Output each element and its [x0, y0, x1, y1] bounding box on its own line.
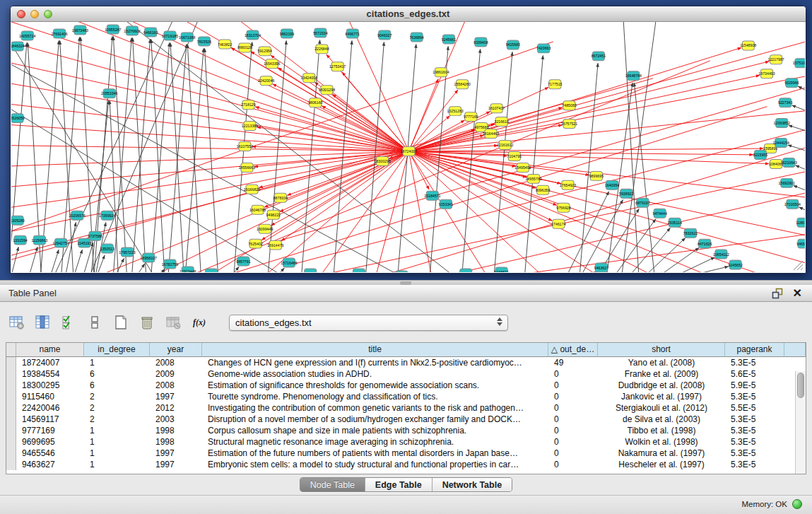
- new-table-button[interactable]: [112, 313, 130, 332]
- graph-node[interactable]: 7636894: [409, 33, 423, 42]
- graph-node[interactable]: 12213389: [242, 122, 258, 131]
- graph-node[interactable]: 12753417: [329, 62, 346, 71]
- graph-node[interactable]: 9498222: [266, 210, 281, 219]
- graph-node[interactable]: 17016504: [784, 199, 801, 209]
- row-height-button[interactable]: [86, 313, 104, 332]
- graph-node[interactable]: 7832621: [683, 228, 698, 238]
- graph-node[interactable]: 1746174: [551, 219, 565, 228]
- graph-node[interactable]: 16543396: [264, 59, 280, 69]
- delete-rows-button[interactable]: [138, 313, 156, 332]
- graph-node[interactable]: 8496771: [346, 29, 360, 38]
- resize-grip-icon[interactable]: [794, 261, 803, 270]
- graph-node[interactable]: 19734493: [758, 69, 775, 78]
- graph-node[interactable]: 12444154: [773, 139, 789, 148]
- graph-node[interactable]: 16210643: [781, 158, 797, 167]
- graph-node[interactable]: 27691406: [51, 29, 67, 38]
- graph-node[interactable]: 9246871: [494, 267, 508, 272]
- graph-node[interactable]: 20206576: [69, 211, 86, 220]
- graph-node[interactable]: 2935114: [668, 218, 682, 227]
- graph-node[interactable]: 5912954: [258, 47, 272, 56]
- column-header-year[interactable]: year: [150, 343, 202, 357]
- show-columns-button[interactable]: [33, 313, 52, 332]
- graph-node[interactable]: 1846324: [11, 42, 25, 51]
- graph-node[interactable]: 18313704: [245, 30, 261, 40]
- graph-node[interactable]: 11156863: [32, 235, 48, 245]
- table-row[interactable]: 911546021997Tourette syndrome. Phenomeno…: [6, 391, 806, 402]
- graph-node[interactable]: 7815526: [197, 37, 211, 46]
- graph-node[interactable]: 8215955: [753, 150, 767, 159]
- graph-node[interactable]: 1305289: [11, 216, 25, 225]
- graph-node[interactable]: 9245652: [728, 260, 742, 269]
- graph-node[interactable]: 9329966: [784, 78, 799, 88]
- graph-node[interactable]: 16958107: [141, 253, 157, 262]
- graph-node[interactable]: 9777169: [464, 112, 478, 122]
- graph-node[interactable]: 16099449: [257, 224, 273, 233]
- graph-node[interactable]: 16671388: [179, 33, 195, 42]
- graph-node[interactable]: 9077195: [303, 269, 317, 272]
- graph-node[interactable]: 16107553: [237, 142, 253, 151]
- scrollbar-thumb[interactable]: [797, 373, 804, 398]
- graph-node[interactable]: 15495492: [514, 163, 531, 172]
- graph-node[interactable]: 12923448: [180, 267, 196, 272]
- graph-node[interactable]: 5572334: [313, 28, 327, 37]
- table-row[interactable]: 946362711997Embryonic stem cells: a mode…: [6, 459, 806, 470]
- graph-node[interactable]: 5938922: [619, 189, 633, 198]
- graph-node[interactable]: 6466160: [143, 28, 158, 37]
- table-row[interactable]: 946554611997Estimation of the future num…: [6, 448, 806, 459]
- column-header-short[interactable]: short: [598, 343, 725, 357]
- graph-node[interactable]: 9756928: [556, 203, 570, 212]
- graph-node[interactable]: 19973483: [72, 25, 88, 35]
- graph-node[interactable]: 7485083: [562, 101, 576, 110]
- graph-node[interactable]: 15184571: [424, 191, 440, 200]
- graph-node[interactable]: 1145193: [77, 238, 91, 247]
- column-select-button[interactable]: [59, 313, 78, 332]
- network-view-canvas[interactable]: 1405572427691406199734831095528715276602…: [11, 22, 805, 272]
- graph-node[interactable]: 9415683: [506, 40, 520, 49]
- network-window-titlebar[interactable]: citations_edges.txt: [11, 6, 806, 22]
- graph-node[interactable]: 19861604: [433, 68, 449, 77]
- graph-node[interactable]: 15276602: [124, 26, 140, 35]
- graph-node[interactable]: 9474444: [652, 209, 666, 218]
- table-row[interactable]: 969969511998Structural magnetic resonanc…: [6, 436, 806, 448]
- table-row[interactable]: 1938455462009Genome-wide association stu…: [6, 368, 806, 380]
- graph-node[interactable]: 7625402: [248, 239, 262, 248]
- graph-node[interactable]: 9245661: [442, 35, 456, 44]
- graph-node[interactable]: 1350513: [100, 244, 114, 253]
- split-pane-divider[interactable]: [0, 280, 812, 285]
- table-row[interactable]: 2242004622012Investigating the contribut…: [6, 402, 806, 414]
- column-header-out_de[interactable]: △ out_de…: [548, 343, 598, 357]
- graph-node[interactable]: 14055724: [19, 31, 35, 40]
- graph-node[interactable]: 13251283: [447, 107, 463, 116]
- graph-node[interactable]: 12942757: [52, 238, 69, 247]
- graph-node[interactable]: 3216610: [494, 117, 508, 127]
- graph-node[interactable]: 15751074: [793, 59, 805, 68]
- column-header-in_degree[interactable]: in_degree: [84, 343, 150, 357]
- graph-node[interactable]: 18556663: [239, 163, 255, 172]
- table-row[interactable]: 1456911722003Disruption of a novel membe…: [6, 414, 806, 425]
- graph-node[interactable]: 8339453: [394, 271, 408, 272]
- column-header-title[interactable]: title: [202, 343, 548, 357]
- function-builder-button[interactable]: f(x): [190, 313, 208, 332]
- graph-node[interactable]: 10719185: [162, 31, 178, 40]
- tab-edge-table[interactable]: Edge Table: [365, 478, 432, 491]
- graph-node[interactable]: 20854872: [203, 269, 219, 272]
- graph-node[interactable]: 10654112: [713, 250, 729, 259]
- delete-table-button[interactable]: [164, 313, 182, 332]
- graph-node[interactable]: 9046027: [377, 30, 392, 40]
- graph-node[interactable]: 8096358: [536, 185, 550, 194]
- graph-node[interactable]: 7420663: [536, 44, 551, 53]
- graph-node[interactable]: 2626059: [11, 114, 25, 123]
- graph-node[interactable]: 8660128: [237, 43, 252, 52]
- graph-node[interactable]: 17654923: [560, 180, 576, 189]
- table-row[interactable]: 977716911998Corpus callosum shape and si…: [6, 425, 806, 436]
- graph-node[interactable]: 18301298: [319, 86, 335, 95]
- graph-node[interactable]: 10955287: [105, 25, 121, 34]
- graph-node[interactable]: 7463822: [218, 40, 232, 49]
- graph-node[interactable]: 9806160: [308, 98, 322, 107]
- graph-node[interactable]: 22420046: [258, 76, 274, 86]
- graph-node[interactable]: 15716485: [281, 258, 297, 267]
- graph-node[interactable]: 16757521: [561, 119, 577, 129]
- graph-node[interactable]: 1640954: [605, 180, 619, 189]
- graph-node[interactable]: 19166825: [244, 185, 260, 194]
- graph-node[interactable]: 16914479: [267, 240, 283, 250]
